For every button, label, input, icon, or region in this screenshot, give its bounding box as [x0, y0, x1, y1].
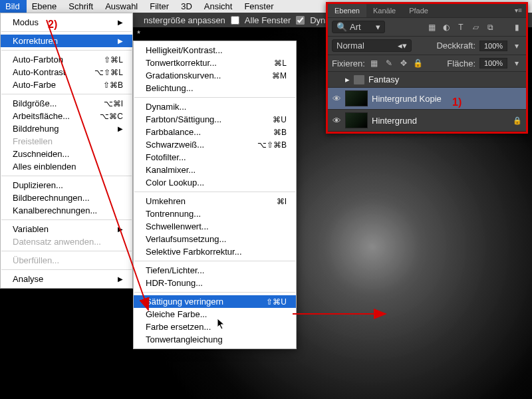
filter-toggle-icon[interactable]: ▮ — [511, 22, 522, 33]
layer-thumbnail[interactable] — [345, 112, 368, 128]
tab-kanaele[interactable]: Kanäle — [366, 4, 402, 17]
tab-pfade[interactable]: Pfade — [402, 4, 435, 17]
menu-filter[interactable]: Filter — [144, 0, 176, 13]
menu-bildgroesse[interactable]: Bildgröße...⌥⌘I — [1, 97, 132, 110]
sub-verlauf[interactable]: Verlaufsumsetzung... — [134, 233, 296, 245]
layer-label: Hintergrund Kopie — [372, 94, 442, 104]
sub-tonwert[interactable]: Tonwertkorrektur...⌘L — [134, 57, 296, 69]
sub-belichtung[interactable]: Belichtung... — [134, 82, 296, 94]
blend-mode-dropdown[interactable]: Normal◂▾ — [332, 39, 412, 52]
menu-ansicht[interactable]: Ansicht — [199, 0, 239, 13]
menu-3d[interactable]: 3D — [176, 0, 199, 13]
sub-tontrennung[interactable]: Tontrennung... — [134, 207, 296, 220]
lock-move-icon[interactable]: ✥ — [398, 58, 409, 68]
menu-auswahl[interactable]: Auswahl — [100, 0, 144, 13]
lock-pixels-icon[interactable]: ▦ — [369, 58, 380, 68]
separator — [134, 292, 295, 293]
sub-selektiv[interactable]: Selektive Farbkorrektur... — [134, 245, 296, 258]
sub-hdr[interactable]: HDR-Tonung... — [134, 277, 296, 289]
folder-icon — [354, 75, 364, 84]
sub-schwellenwert[interactable]: Schwellenwert... — [134, 220, 296, 233]
sub-helligkeit[interactable]: Helligkeit/Kontrast... — [134, 44, 296, 57]
menu-duplizieren[interactable]: Duplizieren... — [1, 179, 132, 192]
separator — [1, 269, 132, 270]
sub-farbe-ersetzen[interactable]: Farbe ersetzen... — [134, 321, 296, 333]
chevron-right-icon: ▶ — [118, 37, 123, 45]
separator — [1, 219, 132, 220]
menu-bild[interactable]: Bild — [0, 0, 27, 13]
sub-umkehren[interactable]: Umkehren⌘I — [134, 195, 296, 207]
menu-ueberfuellen: Überfüllen... — [1, 254, 132, 267]
menu-auto-farbton[interactable]: Auto-Farbton⇧⌘L — [1, 53, 132, 66]
opacity-label: Deckkraft: — [436, 41, 475, 51]
lock-label: Fixieren: — [332, 59, 365, 68]
menu-freistellen: Freistellen — [1, 135, 132, 148]
filter-type-icon[interactable]: T — [456, 22, 466, 33]
menu-variablen[interactable]: Variablen▶ — [1, 223, 132, 235]
separator — [1, 31, 132, 32]
panel-tabs: Ebenen Kanäle Pfade ▾≡ — [328, 4, 526, 17]
dynamic-zoom-checkbox[interactable] — [296, 16, 305, 25]
panel-menu-icon[interactable]: ▾≡ — [511, 4, 526, 17]
layer-thumbnail[interactable] — [345, 90, 368, 106]
filter-shape-icon[interactable]: ▱ — [470, 22, 481, 33]
fill-stepper[interactable]: ▾ — [511, 58, 522, 68]
sub-tiefen[interactable]: Tiefen/Lichter... — [134, 264, 296, 277]
menu-ebene[interactable]: Ebene — [27, 0, 64, 13]
visibility-toggle[interactable]: 👁 — [332, 94, 341, 104]
sub-dynamik[interactable]: Dynamik... — [134, 100, 296, 113]
menu-modus[interactable]: Modus▶ — [1, 16, 132, 29]
filter-pixel-icon[interactable]: ▦ — [426, 22, 437, 33]
layer-filter-dropdown[interactable]: 🔍Art▾ — [332, 21, 385, 33]
menu-auto-farbe[interactable]: Auto-Farbe⇧⌘B — [1, 78, 132, 91]
korrekturen-submenu: Helligkeit/Kontrast... Tonwertkorrektur.… — [133, 41, 297, 349]
disclosure-icon[interactable]: ▸ — [345, 74, 350, 84]
opacity-input[interactable]: 100% — [479, 41, 507, 51]
tab-ebenen[interactable]: Ebenen — [328, 4, 366, 17]
sub-colorlookup[interactable]: Color Lookup... — [134, 176, 296, 189]
layer-hintergrund[interactable]: 👁 Hintergrund 🔒 — [328, 110, 526, 132]
sub-kanalmixer[interactable]: Kanalmixer... — [134, 164, 296, 176]
menu-zuschneiden[interactable]: Zuschneiden... — [1, 148, 132, 160]
menu-alles-einblenden[interactable]: Alles einblenden — [1, 160, 132, 173]
sub-farbbalance[interactable]: Farbbalance...⌘B — [134, 126, 296, 138]
menu-bildberechnungen[interactable]: Bildberechnungen... — [1, 192, 132, 204]
filter-smart-icon[interactable]: ⧉ — [485, 22, 495, 33]
chevron-right-icon: ▶ — [118, 125, 123, 132]
fit-window-label: nstergröße anpassen — [144, 15, 225, 25]
layer-group-fantasy[interactable]: ▸ Fantasy — [328, 72, 526, 88]
layer-hintergrund-kopie[interactable]: 👁 Hintergrund Kopie — [328, 88, 526, 110]
all-windows-checkbox[interactable] — [231, 16, 239, 25]
menu-schrift[interactable]: Schrift — [63, 0, 100, 13]
bild-menu: Modus▶ Korrekturen▶ Auto-Farbton⇧⌘L Auto… — [0, 13, 133, 289]
lock-all-icon[interactable]: 🔒 — [413, 58, 424, 68]
sub-schwarzweiss[interactable]: Schwarzweiß...⌥⇧⌘B — [134, 138, 296, 151]
sub-fotofilter[interactable]: Fotofilter... — [134, 151, 296, 164]
sub-saettigung-verringern[interactable]: Sättigung verringern⇧⌘U — [134, 295, 296, 308]
visibility-toggle[interactable]: 👁 — [332, 116, 341, 126]
fill-input[interactable]: 100% — [479, 58, 507, 68]
menu-fenster[interactable]: Fenster — [239, 0, 280, 13]
sub-gradation[interactable]: Gradationskurven...⌘M — [134, 69, 296, 82]
menu-analyse[interactable]: Analyse▶ — [1, 273, 132, 285]
all-windows-label: Alle Fenster — [245, 15, 291, 25]
menu-bilddrehung[interactable]: Bilddrehung▶ — [1, 122, 132, 135]
menu-korrekturen[interactable]: Korrekturen▶ — [1, 35, 132, 47]
menu-auto-kontrast[interactable]: Auto-Kontrast⌥⇧⌘L — [1, 66, 132, 78]
sub-tonwertangleichung[interactable]: Tonwertangleichung — [134, 333, 296, 346]
sub-gleiche-farbe[interactable]: Gleiche Farbe... — [134, 308, 296, 321]
opacity-stepper[interactable]: ▾ — [511, 41, 522, 51]
document-tab[interactable]: * — [133, 27, 144, 40]
sub-farbton[interactable]: Farbton/Sättigung...⌘U — [134, 113, 296, 126]
menu-datensatz: Datensatz anwenden... — [1, 235, 132, 248]
filter-adjust-icon[interactable]: ◐ — [441, 22, 452, 33]
separator — [1, 251, 132, 251]
separator — [134, 97, 295, 98]
separator — [1, 176, 132, 176]
menu-arbeitsflaeche[interactable]: Arbeitsfläche...⌥⌘C — [1, 110, 132, 122]
lock-icon[interactable]: 🔒 — [513, 116, 522, 125]
menu-kanalberechnungen[interactable]: Kanalberechnungen... — [1, 204, 132, 217]
lock-brush-icon[interactable]: ✎ — [384, 58, 394, 68]
chevron-right-icon: ▶ — [118, 19, 123, 26]
separator — [134, 192, 295, 192]
